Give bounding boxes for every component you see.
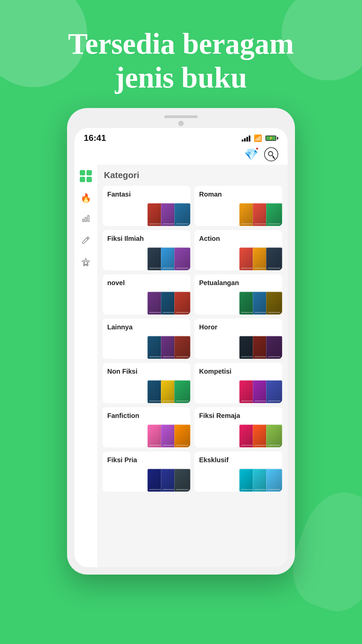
notification-dot: [255, 147, 259, 150]
sidebar-item-write[interactable]: [81, 236, 90, 247]
app-logo[interactable]: [80, 170, 92, 182]
main-content: Kategori FantasiRomanFiksi IlmiahActionn…: [97, 165, 288, 567]
books-container: [239, 336, 282, 359]
book-cover: [266, 203, 282, 226]
battery-bolt: ⚡: [269, 136, 273, 140]
category-name: Petualangan: [199, 279, 282, 287]
search-button[interactable]: [264, 147, 278, 161]
category-card[interactable]: Kompetisi: [194, 363, 282, 403]
signal-icon: [242, 135, 250, 142]
category-card[interactable]: Non Fiksi: [103, 363, 190, 403]
app-header: 💎: [74, 145, 288, 165]
category-card[interactable]: Action: [194, 230, 282, 270]
category-name: Non Fiksi: [107, 368, 190, 375]
book-cover: [266, 425, 282, 447]
book-cover: [174, 380, 190, 403]
svg-rect-4: [87, 216, 89, 222]
category-name: Eksklusif: [199, 456, 282, 464]
front-camera: [178, 121, 184, 126]
status-time: 16:41: [84, 133, 106, 143]
svg-rect-3: [85, 217, 86, 222]
book-cover: [174, 248, 190, 270]
status-icons: 📶 ⚡: [242, 134, 278, 142]
wifi-icon: 📶: [254, 134, 262, 142]
battery-tip: [277, 137, 278, 140]
category-name: Fantasi: [107, 191, 190, 198]
books-container: [239, 203, 282, 226]
sidebar-item-medal[interactable]: [81, 258, 90, 269]
phone-mockup: 16:41 📶 ⚡: [0, 108, 362, 588]
sidebar-item-trending[interactable]: 🔥: [80, 193, 91, 203]
books-container: [239, 248, 282, 270]
logo-dot-4: [86, 177, 92, 182]
sidebar: 🔥: [74, 165, 97, 567]
book-cover: [174, 203, 190, 226]
camera-row: [74, 121, 288, 126]
battery-icon: ⚡: [265, 136, 278, 141]
category-name: Fiksi Remaja: [199, 412, 282, 420]
books-container: [239, 425, 282, 447]
category-name: Horor: [199, 323, 282, 331]
logo-dot-2: [86, 170, 92, 175]
category-name: Fiksi Ilmiah: [107, 235, 190, 243]
signal-bar-1: [242, 140, 243, 142]
sidebar-item-chart[interactable]: [81, 214, 90, 225]
category-name: Kompetisi: [199, 368, 282, 375]
category-name: Lainnya: [107, 323, 190, 331]
svg-line-1: [272, 156, 274, 157]
book-cover: [266, 336, 282, 359]
signal-bar-2: [244, 138, 246, 142]
logo-dot-3: [80, 177, 85, 182]
premium-icon-wrapper[interactable]: 💎: [244, 148, 258, 161]
category-card[interactable]: Fiksi Ilmiah: [103, 230, 190, 270]
books-container: [147, 248, 190, 270]
books-container: [147, 469, 190, 492]
category-name: Action: [199, 235, 282, 243]
category-name: novel: [107, 279, 190, 287]
category-card[interactable]: Fiksi Remaja: [194, 407, 282, 447]
books-container: [147, 425, 190, 447]
phone-screen: 16:41 📶 ⚡: [74, 128, 288, 567]
category-card[interactable]: Fantasi: [103, 186, 190, 226]
category-name: Fiksi Pria: [107, 456, 190, 464]
category-name: Fanfiction: [107, 412, 190, 420]
hero-section: Tersedia beragam jenis buku: [0, 0, 362, 108]
logo-dot-1: [80, 170, 85, 175]
books-container: [239, 292, 282, 315]
category-card[interactable]: Fiksi Pria: [103, 451, 190, 492]
phone-notch: [74, 115, 288, 118]
status-bar: 16:41 📶 ⚡: [74, 128, 288, 145]
notch-pill: [164, 115, 198, 118]
book-cover: [266, 469, 282, 492]
book-cover: [174, 292, 190, 315]
books-container: [147, 203, 190, 226]
category-grid: FantasiRomanFiksi IlmiahActionnovelPetua…: [103, 186, 282, 492]
signal-bar-4: [249, 136, 250, 142]
books-container: [147, 380, 190, 403]
category-card[interactable]: novel: [103, 274, 190, 315]
app-body: 🔥: [74, 165, 288, 567]
books-container: [147, 292, 190, 315]
category-name: Roman: [199, 191, 282, 198]
category-card[interactable]: Fanfiction: [103, 407, 190, 447]
category-card[interactable]: Petualangan: [194, 274, 282, 315]
phone-body: 16:41 📶 ⚡: [67, 108, 295, 575]
books-container: [147, 336, 190, 359]
book-cover: [266, 292, 282, 315]
battery-body: ⚡: [265, 136, 276, 141]
page-title: Kategori: [103, 170, 282, 180]
category-card[interactable]: Eksklusif: [194, 451, 282, 492]
signal-bar-3: [246, 137, 248, 142]
books-container: [239, 469, 282, 492]
category-card[interactable]: Horor: [194, 319, 282, 359]
books-container: [239, 380, 282, 403]
book-cover: [174, 425, 190, 447]
book-cover: [174, 336, 190, 359]
book-cover: [174, 469, 190, 492]
hero-title: Tersedia beragam jenis buku: [20, 27, 342, 95]
category-card[interactable]: Roman: [194, 186, 282, 226]
book-cover: [266, 248, 282, 270]
svg-rect-2: [82, 219, 84, 222]
book-cover: [266, 380, 282, 403]
category-card[interactable]: Lainnya: [103, 319, 190, 359]
